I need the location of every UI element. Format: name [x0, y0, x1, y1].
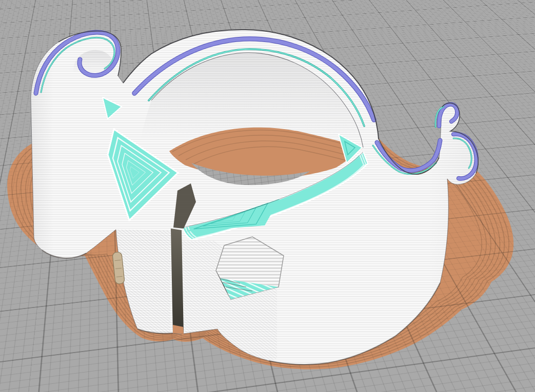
sliced-model[interactable]	[0, 0, 535, 392]
3d-viewport[interactable]	[0, 0, 535, 392]
